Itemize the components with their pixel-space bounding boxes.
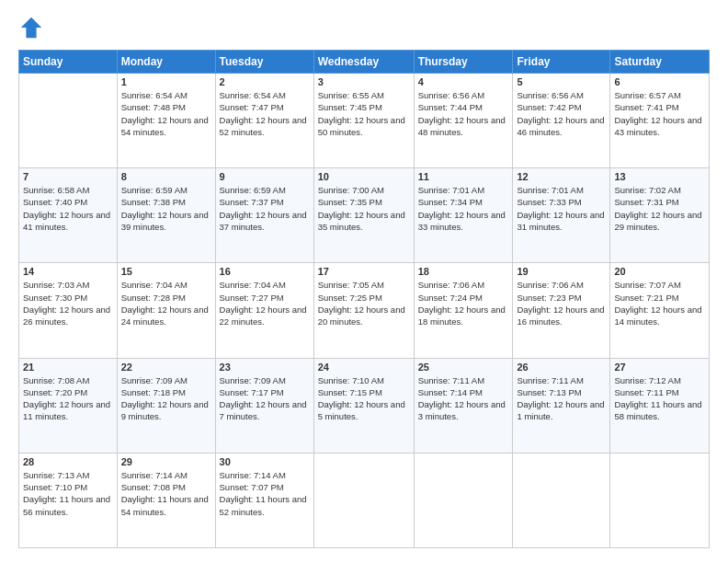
cell-info: Sunrise: 7:09 AMSunset: 7:18 PMDaylight:… xyxy=(121,374,211,423)
sunrise: Sunrise: 7:01 AM xyxy=(517,185,583,195)
daylight: Daylight: 12 hours and 31 minutes. xyxy=(517,210,604,232)
day-number: 10 xyxy=(318,171,410,182)
sunrise: Sunrise: 6:55 AM xyxy=(318,90,384,100)
calendar-cell: 6Sunrise: 6:57 AMSunset: 7:41 PMDaylight… xyxy=(610,74,710,168)
sunrise: Sunrise: 7:08 AM xyxy=(23,375,89,385)
sunset: Sunset: 7:25 PM xyxy=(318,293,382,303)
sunset: Sunset: 7:42 PM xyxy=(517,102,581,112)
day-number: 27 xyxy=(614,362,705,373)
day-number: 20 xyxy=(614,266,705,277)
daylight: Daylight: 12 hours and 11 minutes. xyxy=(23,399,110,421)
cell-info: Sunrise: 7:12 AMSunset: 7:11 PMDaylight:… xyxy=(614,374,705,423)
sunset: Sunset: 7:17 PM xyxy=(220,387,284,397)
calendar-cell: 10Sunrise: 7:00 AMSunset: 7:35 PMDayligh… xyxy=(313,168,414,263)
day-number: 12 xyxy=(517,171,606,182)
cell-info: Sunrise: 7:02 AMSunset: 7:31 PMDaylight:… xyxy=(614,184,705,233)
calendar-cell: 15Sunrise: 7:04 AMSunset: 7:28 PMDayligh… xyxy=(117,263,215,358)
calendar-cell xyxy=(610,453,710,547)
cell-info: Sunrise: 7:06 AMSunset: 7:24 PMDaylight:… xyxy=(418,279,509,327)
daylight: Daylight: 12 hours and 37 minutes. xyxy=(220,210,307,232)
sunrise: Sunrise: 7:07 AM xyxy=(614,280,680,290)
calendar-cell: 28Sunrise: 7:13 AMSunset: 7:10 PMDayligh… xyxy=(19,453,118,547)
cell-info: Sunrise: 7:14 AMSunset: 7:07 PMDaylight:… xyxy=(220,469,310,518)
calendar-cell: 1Sunrise: 6:54 AMSunset: 7:48 PMDaylight… xyxy=(117,74,215,168)
daylight: Daylight: 12 hours and 41 minutes. xyxy=(23,210,110,232)
day-number: 18 xyxy=(418,266,509,277)
sunrise: Sunrise: 7:14 AM xyxy=(121,470,188,480)
daylight: Daylight: 11 hours and 52 minutes. xyxy=(220,494,307,516)
calendar-week-row: 14Sunrise: 7:03 AMSunset: 7:30 PMDayligh… xyxy=(19,263,710,358)
calendar-week-row: 21Sunrise: 7:08 AMSunset: 7:20 PMDayligh… xyxy=(19,358,710,453)
sunset: Sunset: 7:14 PM xyxy=(418,387,483,397)
calendar-week-row: 28Sunrise: 7:13 AMSunset: 7:10 PMDayligh… xyxy=(19,453,710,547)
sunset: Sunset: 7:41 PM xyxy=(614,102,678,112)
calendar-table: SundayMondayTuesdayWednesdayThursdayFrid… xyxy=(18,50,710,548)
daylight: Daylight: 12 hours and 3 minutes. xyxy=(418,399,506,421)
calendar-cell: 19Sunrise: 7:06 AMSunset: 7:23 PMDayligh… xyxy=(513,263,610,358)
daylight: Daylight: 12 hours and 52 minutes. xyxy=(220,115,307,137)
calendar-cell: 18Sunrise: 7:06 AMSunset: 7:24 PMDayligh… xyxy=(414,263,513,358)
cell-info: Sunrise: 6:57 AMSunset: 7:41 PMDaylight:… xyxy=(614,89,705,138)
logo xyxy=(18,15,48,40)
logo-icon xyxy=(18,15,44,40)
calendar-cell xyxy=(313,453,414,547)
sunset: Sunset: 7:11 PM xyxy=(614,387,678,397)
sunrise: Sunrise: 7:05 AM xyxy=(318,280,384,290)
calendar-cell: 4Sunrise: 6:56 AMSunset: 7:44 PMDaylight… xyxy=(414,74,513,168)
daylight: Daylight: 12 hours and 33 minutes. xyxy=(418,210,506,232)
sunrise: Sunrise: 6:56 AM xyxy=(517,90,583,100)
calendar-cell xyxy=(19,74,118,168)
day-number: 25 xyxy=(418,362,509,373)
sunrise: Sunrise: 7:13 AM xyxy=(23,470,89,480)
calendar-cell: 2Sunrise: 6:54 AMSunset: 7:47 PMDaylight… xyxy=(215,74,313,168)
cell-info: Sunrise: 7:03 AMSunset: 7:30 PMDaylight:… xyxy=(23,279,113,327)
sunset: Sunset: 7:28 PM xyxy=(121,293,186,303)
calendar-cell: 14Sunrise: 7:03 AMSunset: 7:30 PMDayligh… xyxy=(19,263,118,358)
day-number: 21 xyxy=(23,362,113,373)
cell-info: Sunrise: 6:54 AMSunset: 7:48 PMDaylight:… xyxy=(121,89,211,138)
sunrise: Sunrise: 7:06 AM xyxy=(418,280,484,290)
daylight: Daylight: 11 hours and 56 minutes. xyxy=(23,494,110,516)
sunrise: Sunrise: 7:09 AM xyxy=(220,375,286,385)
day-number: 1 xyxy=(121,76,211,87)
day-number: 7 xyxy=(23,171,113,182)
calendar-cell: 25Sunrise: 7:11 AMSunset: 7:14 PMDayligh… xyxy=(414,358,513,453)
calendar-cell: 11Sunrise: 7:01 AMSunset: 7:34 PMDayligh… xyxy=(414,168,513,263)
sunset: Sunset: 7:48 PM xyxy=(121,102,186,112)
cell-info: Sunrise: 7:07 AMSunset: 7:21 PMDaylight:… xyxy=(614,279,705,327)
sunset: Sunset: 7:24 PM xyxy=(418,293,483,303)
sunset: Sunset: 7:31 PM xyxy=(614,197,678,207)
daylight: Daylight: 12 hours and 14 minutes. xyxy=(614,304,701,327)
weekday-header: Wednesday xyxy=(313,51,414,74)
cell-info: Sunrise: 7:06 AMSunset: 7:23 PMDaylight:… xyxy=(517,279,606,327)
sunset: Sunset: 7:18 PM xyxy=(121,387,186,397)
sunset: Sunset: 7:10 PM xyxy=(23,482,87,492)
header xyxy=(18,15,710,40)
sunset: Sunset: 7:08 PM xyxy=(121,482,186,492)
daylight: Daylight: 12 hours and 26 minutes. xyxy=(23,304,110,327)
day-number: 24 xyxy=(318,362,410,373)
calendar-cell: 3Sunrise: 6:55 AMSunset: 7:45 PMDaylight… xyxy=(313,74,414,168)
cell-info: Sunrise: 6:58 AMSunset: 7:40 PMDaylight:… xyxy=(23,184,113,233)
day-number: 3 xyxy=(318,76,410,87)
calendar-week-row: 7Sunrise: 6:58 AMSunset: 7:40 PMDaylight… xyxy=(19,168,710,263)
day-number: 14 xyxy=(23,266,113,277)
daylight: Daylight: 12 hours and 48 minutes. xyxy=(418,115,506,137)
cell-info: Sunrise: 7:04 AMSunset: 7:27 PMDaylight:… xyxy=(220,279,310,327)
weekday-header-row: SundayMondayTuesdayWednesdayThursdayFrid… xyxy=(19,51,710,74)
cell-info: Sunrise: 6:56 AMSunset: 7:44 PMDaylight:… xyxy=(418,89,509,138)
calendar-cell: 26Sunrise: 7:11 AMSunset: 7:13 PMDayligh… xyxy=(513,358,610,453)
daylight: Daylight: 11 hours and 58 minutes. xyxy=(614,399,701,421)
cell-info: Sunrise: 7:09 AMSunset: 7:17 PMDaylight:… xyxy=(220,374,310,423)
sunrise: Sunrise: 7:11 AM xyxy=(517,375,583,385)
sunrise: Sunrise: 7:11 AM xyxy=(418,375,484,385)
sunrise: Sunrise: 6:54 AM xyxy=(220,90,286,100)
cell-info: Sunrise: 7:08 AMSunset: 7:20 PMDaylight:… xyxy=(23,374,113,423)
sunrise: Sunrise: 7:10 AM xyxy=(318,375,384,385)
calendar-cell: 5Sunrise: 6:56 AMSunset: 7:42 PMDaylight… xyxy=(513,74,610,168)
svg-marker-0 xyxy=(21,17,41,38)
sunset: Sunset: 7:34 PM xyxy=(418,197,483,207)
daylight: Daylight: 12 hours and 16 minutes. xyxy=(517,304,604,327)
cell-info: Sunrise: 7:14 AMSunset: 7:08 PMDaylight:… xyxy=(121,469,211,518)
daylight: Daylight: 12 hours and 54 minutes. xyxy=(121,115,209,137)
